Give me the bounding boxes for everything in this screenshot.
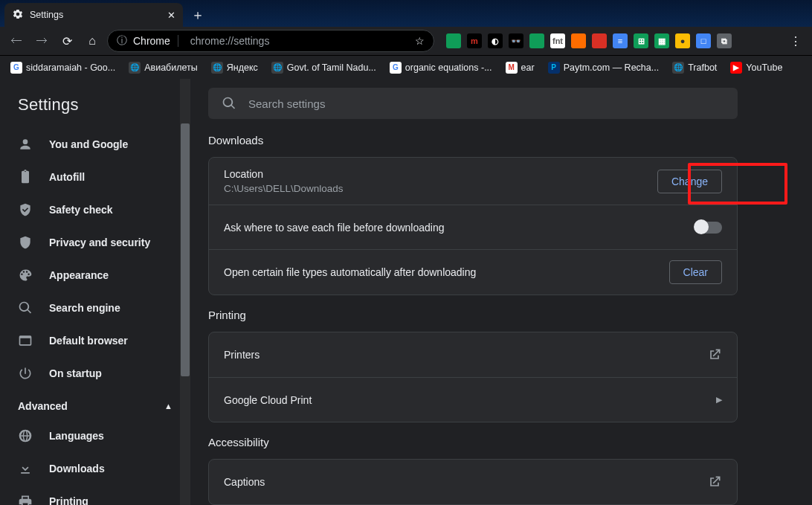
bookmark-item[interactable]: PPaytm.com — Recha... <box>544 62 664 74</box>
bookmark-label: YouTube <box>746 62 782 73</box>
sidebar-item-default-browser[interactable]: Default browser <box>0 324 190 357</box>
shield-icon <box>18 235 33 250</box>
search-settings-input[interactable]: Search settings <box>208 88 738 119</box>
close-icon[interactable]: ✕ <box>167 10 175 21</box>
auto-open-row: Open certain file types automatically af… <box>209 249 737 295</box>
bookmark-label: ear <box>521 62 535 73</box>
extension-icon[interactable]: fnt <box>550 33 565 48</box>
url-text: chrome://settings <box>190 35 270 47</box>
tab-title: Settings <box>30 10 63 20</box>
sidebar-item-label: Safety check <box>49 204 113 216</box>
location-label: Location <box>224 168 344 180</box>
sidebar-item-safety-check[interactable]: Safety check <box>0 193 190 226</box>
clear-auto-open-button[interactable]: Clear <box>669 260 722 284</box>
bookmark-item[interactable]: Gorganic equations -... <box>385 62 497 74</box>
accessibility-card: Captions <box>208 459 738 505</box>
section-title-printing: Printing <box>208 309 794 321</box>
bookmark-item[interactable]: Mear <box>501 62 539 74</box>
extension-icon[interactable] <box>571 33 586 48</box>
bookmark-label: Яндекс <box>227 62 258 73</box>
extension-icon[interactable] <box>446 33 461 48</box>
sidebar-item-label: Default browser <box>49 335 128 347</box>
address-bar[interactable]: ⓘ Chrome chrome://settings ☆ <box>107 30 434 52</box>
extension-icon[interactable]: ● <box>675 33 690 48</box>
location-path: C:\Users\DELL\Downloads <box>224 183 344 194</box>
bookmark-label: organic equations -... <box>405 62 492 73</box>
home-button[interactable]: ⌂ <box>82 30 103 51</box>
reload-button[interactable]: ⟳ <box>57 30 77 51</box>
bookmark-item[interactable]: 🌐Яндекс <box>207 62 262 74</box>
favicon: 🌐 <box>672 62 684 74</box>
sidebar-item-autofill[interactable]: Autofill <box>0 161 190 193</box>
sidebar-item-label: You and Google <box>49 138 128 150</box>
extension-icon[interactable]: ⧉ <box>717 33 732 48</box>
power-icon <box>18 366 33 381</box>
bookmark-star-icon[interactable]: ☆ <box>415 35 425 47</box>
browser-toolbar: 🡐 🡒 ⟳ ⌂ ⓘ Chrome chrome://settings ☆ m◐👓… <box>0 27 812 55</box>
downloads-card: Location C:\Users\DELL\Downloads Change … <box>208 157 738 295</box>
search-icon <box>18 300 33 315</box>
extension-icon[interactable]: ▦ <box>654 33 669 48</box>
sidebar-item-label: Privacy and security <box>49 237 150 248</box>
open-external-icon <box>707 347 722 362</box>
captions-row[interactable]: Captions <box>209 460 737 504</box>
settings-sidebar: Settings You and Google Autofill Safety … <box>0 79 190 505</box>
sidebar-item-you-and-google[interactable]: You and Google <box>0 128 190 161</box>
favicon: P <box>548 62 560 74</box>
search-icon <box>222 96 236 111</box>
extension-icon[interactable]: ≡ <box>613 33 628 48</box>
ask-save-toggle[interactable] <box>695 222 722 234</box>
sidebar-item-downloads[interactable]: Downloads <box>0 452 190 485</box>
browser-icon <box>18 333 33 348</box>
person-icon <box>18 137 33 152</box>
bookmark-item[interactable]: 🌐Trafbot <box>668 62 721 74</box>
auto-open-label: Open certain file types automatically af… <box>224 266 476 278</box>
search-placeholder: Search settings <box>248 97 325 110</box>
page-title: Settings <box>0 79 190 128</box>
sidebar-item-privacy[interactable]: Privacy and security <box>0 226 190 259</box>
browser-menu-button[interactable]: ⋮ <box>785 30 806 51</box>
bookmark-item[interactable]: 🌐Govt. of Tamil Nadu... <box>267 62 381 74</box>
change-location-button[interactable]: Change <box>657 170 722 193</box>
cloud-print-row[interactable]: Google Cloud Print ▶ <box>209 377 737 422</box>
bookmark-label: Авиабилеты <box>144 62 198 73</box>
bookmark-item[interactable]: Gsiddaramaiah - Goo... <box>6 62 120 74</box>
bookmark-label: Trafbot <box>688 62 717 73</box>
sidebar-item-printing[interactable]: Printing <box>0 485 190 505</box>
sidebar-advanced-toggle[interactable]: Advanced ▲ <box>0 390 190 419</box>
extension-icon[interactable]: m <box>467 33 482 48</box>
print-icon <box>18 494 33 505</box>
section-title-accessibility: Accessibility <box>208 436 794 448</box>
sidebar-item-label: Printing <box>49 495 88 505</box>
favicon: G <box>10 62 22 74</box>
sidebar-item-label: Downloads <box>49 463 105 475</box>
extension-icon[interactable]: ⊞ <box>634 33 648 48</box>
bookmark-label: siddaramaiah - Goo... <box>26 62 115 73</box>
info-icon: ⓘ <box>117 34 127 48</box>
back-button[interactable]: 🡐 <box>6 30 27 51</box>
sidebar-item-label: On startup <box>49 367 102 379</box>
advanced-label: Advanced <box>18 400 68 412</box>
bookmark-label: Govt. of Tamil Nadu... <box>287 62 376 73</box>
sidebar-item-languages[interactable]: Languages <box>0 419 190 452</box>
bookmark-label: Paytm.com — Recha... <box>564 62 660 73</box>
bookmark-item[interactable]: 🌐Авиабилеты <box>124 62 202 74</box>
printers-row[interactable]: Printers <box>209 332 737 377</box>
scrollbar-thumb[interactable] <box>181 123 190 376</box>
browser-tab[interactable]: Settings ✕ <box>4 3 183 27</box>
sidebar-item-search-engine[interactable]: Search engine <box>0 292 190 324</box>
sidebar-item-on-startup[interactable]: On startup <box>0 357 190 390</box>
extension-icon[interactable]: ◐ <box>488 33 503 48</box>
forward-button[interactable]: 🡒 <box>31 30 52 51</box>
sidebar-item-appearance[interactable]: Appearance <box>0 259 190 292</box>
bookmark-item[interactable]: ▶YouTube <box>726 62 787 74</box>
extension-icon[interactable]: 👓 <box>509 33 523 48</box>
cloud-print-label: Google Cloud Print <box>224 394 312 406</box>
extension-icon[interactable]: □ <box>696 33 711 48</box>
gear-icon <box>12 8 24 22</box>
extension-icon[interactable] <box>592 33 607 48</box>
favicon: M <box>506 62 518 74</box>
favicon: ▶ <box>730 62 742 74</box>
extension-icon[interactable] <box>529 33 544 48</box>
new-tab-button[interactable]: ＋ <box>187 4 208 25</box>
